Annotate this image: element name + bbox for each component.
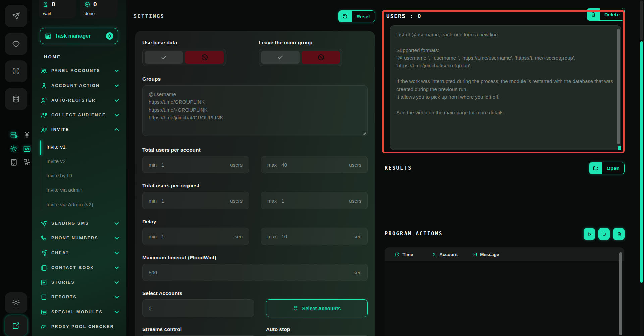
total-users-per-request-max-input[interactable]: max1 users [261,192,368,209]
check-icon [277,54,284,61]
external-link-rail-button[interactable] [5,315,27,336]
page-scrollbar-thumb[interactable] [640,41,643,283]
sidebar-item-panel-accounts[interactable]: PANEL ACCOUNTS [32,63,126,78]
play-button[interactable] [584,228,595,240]
submenu-item-invite-v1[interactable]: Invite v1 [32,139,126,154]
gem-icon [12,40,20,48]
total-users-per-account-max-input[interactable]: max40 users [261,156,368,173]
clipboard-check-icon[interactable] [9,158,18,166]
open-label: Open [602,162,624,174]
groups-textarea[interactable] [142,85,368,136]
submenu-item-invite-v2[interactable]: Invite v2 [32,154,126,168]
command-rail-button[interactable]: ⌘ [5,60,27,82]
total-users-per-request-min-input[interactable]: min1 users [142,192,249,209]
sidebar-menu: PANEL ACCOUNTS ACCOUNT ACTION AUTO-REGIS… [32,63,126,334]
users-panel: USERS : 0 Delete [382,10,625,153]
sidebar-item-collect-audience[interactable]: COLLECT AUDIENCE [32,108,126,122]
sidebar-item-special-modules[interactable]: SPECIAL MODULES [32,304,126,319]
send-rail-button[interactable] [5,5,27,27]
submenu-item-invite-by-id[interactable]: Invite by ID [32,168,126,183]
swap-icon[interactable] [22,158,31,166]
page-scrollbar-upper-thumb[interactable] [640,1,643,40]
task-manager-button[interactable]: Task manager 0 [40,28,118,44]
delete-button[interactable]: Delete [587,8,625,21]
mail-check-icon [472,252,477,257]
chevron-down-icon [114,280,119,285]
gem-rail-button[interactable] [5,33,27,55]
column-message[interactable]: Message [472,252,499,257]
chevron-down-icon [114,98,119,103]
use-base-data-yes[interactable] [145,51,183,64]
sidebar-item-stories[interactable]: STORIES [32,275,126,290]
column-account[interactable]: Account [432,252,458,257]
report-icon [40,294,47,301]
submenu-item-invite-via-admin-v2[interactable]: Invite via Admin (v2) [32,197,126,212]
select-accounts-label: Select Accounts [142,290,368,297]
wait-label: wait [43,11,51,16]
check-icon [160,54,168,61]
sidebar-item-invite[interactable]: INVITE [32,122,126,137]
sidebar-item-contact-book[interactable]: CONTACT BOOK [32,260,126,275]
sidebar-item-cheat[interactable]: CHEAT [32,245,126,260]
delay-label: Delay [142,219,368,225]
play-icon [587,231,592,237]
clock-icon [395,252,400,257]
chevron-down-icon [114,68,119,73]
gear-icon[interactable] [9,144,18,153]
delay-min-input[interactable]: min1 sec [142,228,249,245]
leave-main-group-yes[interactable] [261,51,300,64]
trash-icon [616,231,622,237]
paper-plane-icon [40,220,47,227]
table-scrollbar-thumb[interactable] [619,252,622,335]
reset-button[interactable]: Reset [338,10,375,22]
max-timeout-input[interactable]: 500 sec [142,264,368,281]
code-window-icon[interactable] [22,144,31,153]
table-header-row: Time Account Message [385,247,624,261]
total-users-per-account-label: Total users per account [142,147,368,153]
leave-main-group-no[interactable] [302,51,340,64]
delay-max-input[interactable]: max10 sec [261,228,368,245]
home-section-label: HOME [44,54,61,59]
chevron-down-icon [114,309,119,315]
use-base-data-toggle [142,49,226,66]
person-list-icon [40,112,47,119]
task-manager-badge: 0 [106,32,113,40]
chevron-down-icon [114,250,119,256]
select-accounts-button[interactable]: Select Accounts [266,299,368,317]
results-title: RESULTS [385,165,412,171]
sidebar-item-sending-sms[interactable]: SENDING SMS [32,216,126,231]
use-base-data-no[interactable] [185,51,224,64]
sidebar-item-proxy-pool-checker[interactable]: PROXY POOL CHECKER [32,319,126,334]
open-button[interactable]: Open [589,162,625,174]
rotate-ccw-icon [339,11,352,22]
task-manager-icon [45,33,52,40]
webcam-icon[interactable] [22,130,31,139]
total-users-per-request-label: Total users per request [142,183,368,189]
invite-submenu: Invite v1 Invite v2 Invite by ID Invite … [32,137,126,212]
groups-label: Groups [142,76,368,82]
wait-count: 0 [52,1,55,8]
server-check-icon[interactable] [9,130,18,139]
person-icon [432,252,437,257]
accounts-count-input[interactable]: 0 [142,299,254,317]
stop-button[interactable] [598,228,610,240]
submenu-item-invite-via-admin[interactable]: Invite via admin [32,183,126,197]
settings-rail-button[interactable] [5,292,27,313]
users-textarea[interactable] [390,25,621,150]
total-users-per-account-min-input[interactable]: min1 users [142,156,249,173]
program-actions-title: PROGRAM ACTIONS [385,231,443,237]
sidebar-item-phone-numbers[interactable]: PHONE NUMBERS [32,231,126,245]
hourglass-icon [43,1,49,7]
sidebar-item-account-action[interactable]: ACCOUNT ACTION [32,78,126,93]
database-rail-button[interactable] [5,88,27,110]
users-scrollbar-thumb[interactable] [617,29,620,144]
users-resize-handle[interactable] [618,146,621,150]
speedometer-icon [40,323,47,330]
clear-button[interactable] [613,228,625,240]
sidebar-item-auto-register[interactable]: AUTO-REGISTER [32,93,126,108]
sidebar-item-reports[interactable]: REPORTS [32,290,126,304]
resize-handle-icon[interactable] [363,132,366,135]
max-timeout-label: Maximum timeout (FloodWait) [142,255,368,261]
column-time[interactable]: Time [395,252,413,257]
sidebar: 0 wait 0 done Task manager 0 HOME PANEL … [32,0,126,336]
